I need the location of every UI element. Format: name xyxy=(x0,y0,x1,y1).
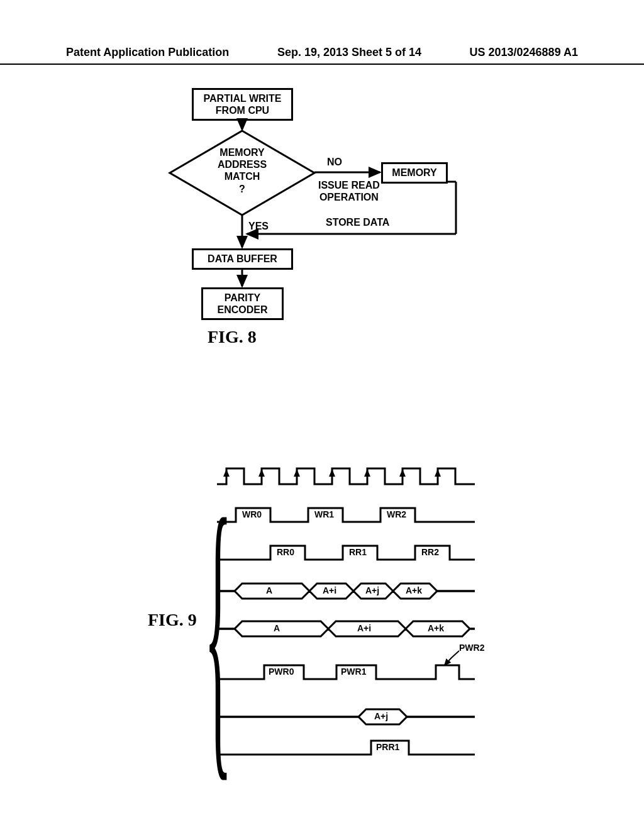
fig8-caption: FIG. 8 xyxy=(208,327,257,347)
label-a-1: A xyxy=(266,585,272,595)
label-pwr0: PWR0 xyxy=(269,667,294,677)
label-wr1: WR1 xyxy=(314,509,334,519)
label-pwr2: PWR2 xyxy=(459,643,484,653)
label-wr2: WR2 xyxy=(387,509,406,519)
label-ak-1: A+k xyxy=(406,585,422,595)
label-pwr1: PWR1 xyxy=(341,667,366,677)
page-header: Patent Application Publication Sep. 19, … xyxy=(0,46,644,65)
fig9-caption: FIG. 9 xyxy=(148,610,197,630)
label-aj-2: A+j xyxy=(374,711,388,721)
figure-9: WR0 WR1 WR2 RR0 RR1 RR2 A A+i A+j A+k A … xyxy=(211,465,487,786)
label-wr0: WR0 xyxy=(242,509,262,519)
label-ai-2: A+i xyxy=(357,623,371,633)
label-a-2: A xyxy=(274,623,280,633)
label-ai-1: A+i xyxy=(323,585,336,595)
label-prr1: PRR1 xyxy=(376,742,399,752)
label-rr0: RR0 xyxy=(277,547,294,557)
figure-8: PARTIAL WRITE FROM CPU MEMORY ADDRESS MA… xyxy=(176,88,491,358)
header-right: US 2013/0246889 A1 xyxy=(470,46,578,59)
label-ak-2: A+k xyxy=(428,623,444,633)
label-aj-1: A+j xyxy=(365,585,379,595)
header-center: Sep. 19, 2013 Sheet 5 of 14 xyxy=(277,46,421,59)
label-rr2: RR2 xyxy=(421,547,439,557)
label-rr1: RR1 xyxy=(349,547,367,557)
fig8-arrows xyxy=(176,88,491,340)
header-left: Patent Application Publication xyxy=(66,46,229,59)
